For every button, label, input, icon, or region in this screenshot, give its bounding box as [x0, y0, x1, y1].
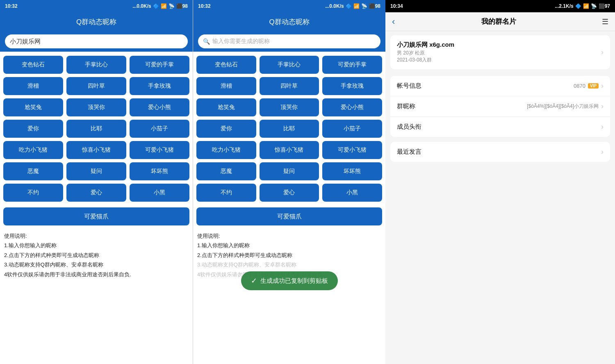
toast-message: ✓ 生成成功已复制到剪贴板	[241, 271, 338, 290]
btn-2-0-2[interactable]: 可爱的手掌	[322, 56, 382, 74]
card-info: 小刀娱乐网 x6g.com 男 20岁 松原 2021-03-08入群	[397, 41, 454, 64]
btn-1-4-2[interactable]: 可爱小飞猪	[130, 141, 189, 159]
right-panel: 10:34 ...2.1K/s 🔷 📶 📡 ⬛97 ‹ 我的群名片 ☰ 小刀娱乐…	[385, 0, 615, 364]
btn-1-0-0[interactable]: 变色钻石	[3, 56, 63, 74]
btn-2-5-0[interactable]: 恶魔	[196, 162, 256, 180]
btn-1-1-2[interactable]: 手拿玫瑰	[130, 77, 189, 95]
instruction2-line-3: 3.动态昵称支持Q群内昵称、安卓群名昵称	[197, 260, 381, 269]
btn-2-4-1[interactable]: 惊喜小飞猪	[260, 141, 319, 159]
status-left-right: 10:34	[390, 3, 403, 9]
account-list: 帐号信息 0870 VIP › 群昵称 [$óÃ4%][$óÃ4][$óÃ4]小…	[390, 76, 610, 137]
instruction-line-2: 2.点击下方的样式种类即可生成动态昵称	[4, 250, 189, 260]
header-title-2: Q群动态昵称	[269, 17, 309, 27]
account-number: 0870	[574, 83, 585, 89]
status-bar-2: 10:32 ...0.0K/s 🔷 📶 📡 ⬛98	[193, 0, 385, 12]
btn-1-6-1[interactable]: 爱心	[66, 184, 126, 202]
menu-icon-right[interactable]: ☰	[602, 17, 608, 26]
battery-2: ⬛98	[369, 3, 380, 9]
btn-1-3-2[interactable]: 小茄子	[130, 120, 189, 138]
recent-speech-chevron-icon: ›	[601, 148, 604, 156]
header-title-right: 我的群名片	[401, 17, 596, 26]
group-nickname-chevron-icon: ›	[601, 102, 604, 111]
member-title-chevron-icon: ›	[601, 123, 604, 131]
btn-2-3-0[interactable]: 爱你	[196, 120, 256, 138]
btn-2-2-0[interactable]: 尬笑兔	[196, 98, 256, 116]
group-nickname-item[interactable]: 群昵称 [$óÃ4%][$óÃ4][$óÃ4]小刀娱乐网 ›	[390, 96, 610, 117]
network-right: ...2.1K/s	[555, 3, 573, 9]
account-info-item[interactable]: 帐号信息 0870 VIP ›	[390, 76, 610, 96]
wifi-icon-right: 📡	[591, 3, 597, 9]
battery-1: ⬛98	[176, 3, 188, 9]
btn-1-6-2[interactable]: 小黑	[130, 184, 189, 202]
btn-1-2-2[interactable]: 爱心小熊	[130, 98, 189, 116]
app-header-2: Q群动态昵称	[193, 12, 385, 31]
btn-1-4-0[interactable]: 吃力小飞猪	[3, 141, 63, 159]
toast-text: 生成成功已复制到剪贴板	[260, 277, 328, 285]
signal-icon-2: 📶	[353, 3, 360, 9]
btn-2-3-2[interactable]: 小茄子	[322, 120, 382, 138]
search-placeholder-1: 小刀娱乐网	[10, 38, 41, 46]
account-info-label: 帐号信息	[397, 82, 421, 90]
btn-2-5-1[interactable]: 疑问	[260, 162, 319, 180]
recent-speech-item[interactable]: 最近发言 ›	[390, 142, 610, 162]
toast-check-icon: ✓	[251, 276, 257, 285]
card-date: 2021-03-08入群	[397, 57, 454, 64]
user-card[interactable]: 小刀娱乐网 x6g.com 男 20岁 松原 2021-03-08入群 ›	[390, 35, 610, 69]
generate-btn-2[interactable]: 可爱猫爪	[196, 207, 382, 225]
btn-1-0-2[interactable]: 可爱的手掌	[130, 56, 189, 74]
time-2: 10:32	[198, 3, 211, 9]
wifi-icon-2: 📡	[361, 3, 367, 9]
btn-2-1-2[interactable]: 手拿玫瑰	[322, 77, 382, 95]
btn-1-5-0[interactable]: 恶魔	[3, 162, 63, 180]
member-title-item[interactable]: 成员头衔 ›	[390, 117, 610, 137]
btn-2-2-1[interactable]: 顶哭你	[260, 98, 319, 116]
recent-speech-right: ›	[601, 148, 604, 156]
generate-btn-1[interactable]: 可爱猫爪	[3, 207, 189, 225]
btn-1-2-1[interactable]: 顶哭你	[66, 98, 126, 116]
card-meta: 男 20岁 松原	[397, 50, 454, 57]
btn-2-4-2[interactable]: 可爱小飞猪	[322, 141, 382, 159]
btn-1-0-1[interactable]: 手掌比心	[66, 56, 126, 74]
btn-2-6-2[interactable]: 小黑	[322, 184, 382, 202]
instruction-line-3: 3.动态昵称支持Q群内昵称、安卓群名昵称	[4, 260, 189, 269]
signal-icon-1: 📶	[161, 3, 167, 9]
back-button[interactable]: ‹	[392, 16, 395, 27]
member-title-label: 成员头衔	[397, 123, 421, 131]
btn-2-2-2[interactable]: 爱心小熊	[322, 98, 382, 116]
instructions-1: 使用说明: 1.输入你想输入的昵称 2.点击下方的样式种类即可生成动态昵称 3.…	[0, 227, 193, 283]
instruction-line-0: 使用说明:	[4, 231, 189, 241]
btn-1-2-0[interactable]: 尬笑兔	[3, 98, 63, 116]
btn-2-5-2[interactable]: 坏坏熊	[322, 162, 382, 180]
status-right-2: ...0.0K/s 🔷 📶 📡 ⬛98	[325, 3, 380, 9]
instruction2-line-2: 2.点击下方的样式种类即可生成动态昵称	[197, 250, 381, 260]
btn-1-6-0[interactable]: 不约	[3, 184, 63, 202]
app-header-1: Q群动态昵称	[0, 12, 193, 31]
btn-2-3-1[interactable]: 比耶	[260, 120, 319, 138]
status-right-right: ...2.1K/s 🔷 📶 📡 ⬛97	[555, 3, 610, 9]
time-1: 10:32	[5, 3, 18, 9]
btn-1-5-2[interactable]: 坏坏熊	[130, 162, 189, 180]
btn-1-3-1[interactable]: 比耶	[66, 120, 126, 138]
group-nickname-value: [$óÃ4%][$óÃ4][$óÃ4]小刀娱乐网	[527, 103, 599, 110]
btn-2-1-1[interactable]: 四叶草	[260, 77, 319, 95]
btn-2-0-0[interactable]: 变色钻石	[196, 56, 256, 74]
buttons-grid-2: 变色钻石 手掌比心 可爱的手掌 滑稽 四叶草 手拿玫瑰 尬笑兔 顶哭你 爱心小熊…	[193, 52, 385, 206]
btn-1-1-0[interactable]: 滑稽	[3, 77, 63, 95]
btn-2-6-1[interactable]: 爱心	[260, 184, 319, 202]
btn-1-1-1[interactable]: 四叶草	[66, 77, 126, 95]
btn-2-6-0[interactable]: 不约	[196, 184, 256, 202]
btn-2-1-0[interactable]: 滑稽	[196, 77, 256, 95]
card-name: 小刀娱乐网 x6g.com	[397, 41, 454, 49]
btn-2-0-1[interactable]: 手掌比心	[260, 56, 319, 74]
btn-1-4-1[interactable]: 惊喜小飞猪	[66, 141, 126, 159]
btn-1-3-0[interactable]: 爱你	[3, 120, 63, 138]
btn-1-5-1[interactable]: 疑问	[66, 162, 126, 180]
signal-icon-right: 📶	[583, 3, 589, 9]
btn-2-4-0[interactable]: 吃力小飞猪	[196, 141, 256, 159]
account-info-right: 0870 VIP ›	[574, 82, 604, 90]
buttons-grid-1: 变色钻石 手掌比心 可爱的手掌 滑稽 四叶草 手拿玫瑰 尬笑兔 顶哭你 爱心小熊…	[0, 52, 193, 206]
search-input-1[interactable]: 小刀娱乐网	[5, 34, 188, 48]
bluetooth-icon-right: 🔷	[575, 3, 581, 9]
search-icon-2: 🔍	[203, 38, 210, 45]
search-input-2[interactable]: 🔍 输入你需要生成的昵称	[198, 34, 380, 48]
